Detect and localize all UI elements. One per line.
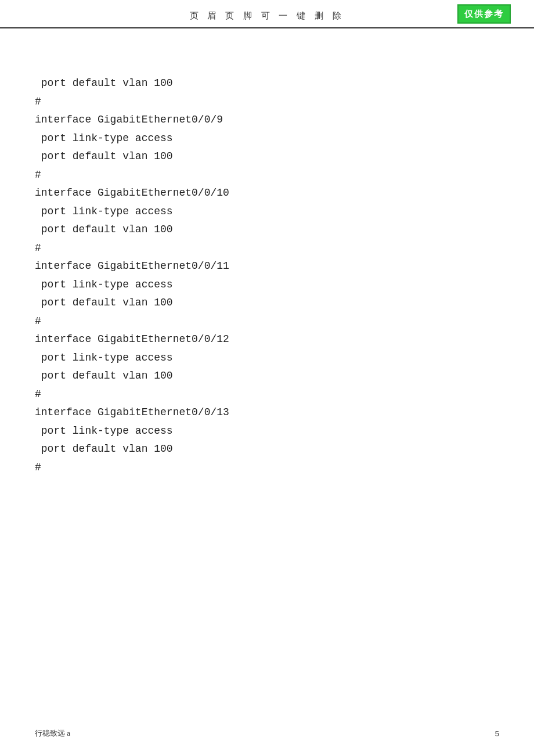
code-line: #	[35, 459, 499, 477]
page-container: 页 眉 页 脚 可 一 键 删 除 仅供参考 port default vlan…	[0, 0, 534, 756]
code-line: #	[35, 239, 499, 258]
code-line: port default vlan 100	[35, 147, 499, 166]
code-line: port default vlan 100	[35, 367, 499, 386]
code-line: port link-type access	[35, 129, 499, 148]
code-line: interface GigabitEthernet0/0/10	[35, 184, 499, 203]
code-line: port link-type access	[35, 203, 499, 221]
footer-area: 行稳致远 a 5	[0, 728, 534, 739]
footer-left: 行稳致远 a	[35, 728, 70, 739]
code-line: #	[35, 386, 499, 404]
code-line: port default vlan 100	[35, 294, 499, 312]
code-line: interface GigabitEthernet0/0/11	[35, 257, 499, 276]
footer-page-number: 5	[495, 729, 499, 738]
content-area: port default vlan 100#interface GigabitE…	[0, 28, 534, 512]
code-line: port default vlan 100	[35, 221, 499, 239]
code-line: port link-type access	[35, 276, 499, 294]
header-area: 页 眉 页 脚 可 一 键 删 除 仅供参考	[0, 0, 534, 28]
code-line: interface GigabitEthernet0/0/13	[35, 404, 499, 422]
code-line: #	[35, 93, 499, 111]
code-line: interface GigabitEthernet0/0/9	[35, 111, 499, 129]
header-badge: 仅供参考	[457, 4, 511, 23]
code-line: #	[35, 312, 499, 331]
code-line: port link-type access	[35, 349, 499, 368]
code-line: interface GigabitEthernet0/0/12	[35, 330, 499, 349]
code-line: port default vlan 100	[35, 440, 499, 459]
code-line: port default vlan 100	[35, 74, 499, 93]
code-line: #	[35, 166, 499, 185]
code-line: port link-type access	[35, 422, 499, 441]
code-block: port default vlan 100#interface GigabitE…	[35, 38, 499, 477]
header-title: 页 眉 页 脚 可 一 键 删 除	[190, 10, 345, 21]
